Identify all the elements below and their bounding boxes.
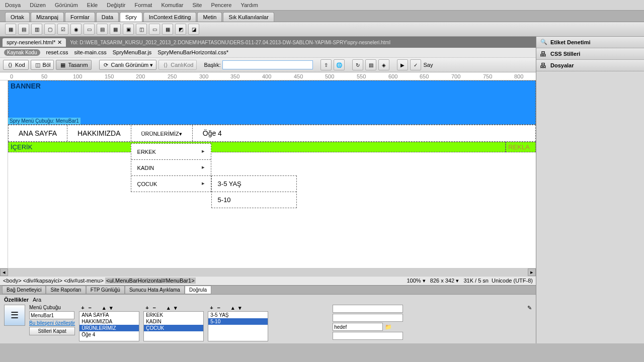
refresh-icon[interactable]: ↻ — [352, 59, 363, 70]
panel-etiket[interactable]: 🔍 Etiket Denetimi — [536, 37, 644, 48]
tab-sik[interactable]: Sık Kullanılanlar — [223, 12, 274, 22]
btab-sunucu[interactable]: Sunucu Hata Ayıklama — [125, 286, 185, 294]
design-canvas[interactable]: BANNER Spry Menü Çubuğu: MenuBar1 ANA SA… — [8, 80, 536, 268]
kod-button[interactable]: ⟨⟩Kod — [3, 60, 29, 70]
menu-list-1[interactable]: ANA SAYFA HAKKIMIZDA ÜRÜNLERİMİZ Öğe 4 — [79, 311, 139, 341]
add-item-2[interactable]: + — [145, 305, 148, 311]
spry-btn-4[interactable]: ▢ — [44, 24, 55, 35]
menu-dosya[interactable]: Dosya — [5, 2, 21, 8]
remove-item-3[interactable]: − — [217, 305, 220, 311]
spry-btn-2[interactable]: ▤ — [18, 24, 29, 35]
globe-icon[interactable]: 🌐 — [334, 59, 345, 70]
src-sitemain[interactable]: site-main.css — [74, 49, 107, 56]
canli-kod-button[interactable]: ⟨⟩CanlıKod — [158, 60, 197, 70]
close-icon[interactable]: ✕ — [57, 39, 62, 46]
tag-body[interactable]: <body> — [3, 278, 22, 284]
canli-gorunum-button[interactable]: ⟳Canlı Görünüm▾ — [99, 60, 157, 70]
list-item[interactable]: Öğe 4 — [79, 331, 139, 338]
down-3[interactable]: ▾ — [238, 305, 242, 311]
tag-ustmenu[interactable]: <div#ust-menu> — [64, 278, 104, 284]
menu-duzen[interactable]: Düzen — [30, 2, 46, 8]
add-item-1[interactable]: + — [81, 305, 84, 311]
tab-formlar[interactable]: Formlar — [65, 12, 95, 22]
spry-btn-3[interactable]: ▥ — [31, 24, 42, 35]
kaynak-kodu[interactable]: Kaynak Kodu — [4, 49, 40, 56]
visual-aids-icon[interactable]: ◈ — [378, 59, 389, 70]
tag-kapsayici[interactable]: <div#kapsayici> — [23, 278, 62, 284]
src-sprymenujs[interactable]: SpryMenuBar.js — [113, 49, 152, 56]
menu-bar[interactable]: ANA SAYFA HAKKIMIZDA ÜRÜNLERİMİZ▾ ERKEK▸… — [8, 125, 536, 142]
btab-dogrula[interactable]: Doğrula — [185, 286, 211, 294]
remove-item-1[interactable]: − — [89, 305, 92, 311]
horizontal-scrollbar[interactable]: ◂ ▸ — [0, 268, 536, 276]
nav-oge4[interactable]: Öğe 4 — [193, 125, 232, 141]
add-item-3[interactable]: + — [210, 305, 213, 311]
up-2[interactable]: ▴ — [167, 305, 170, 311]
menu-site[interactable]: Site — [192, 2, 202, 8]
list-item[interactable]: ANA SAYFA — [79, 312, 139, 318]
icerik-region[interactable]: İÇERİK — [8, 142, 506, 152]
spry-btn-13[interactable]: ▦ — [162, 24, 173, 35]
spry-btn-12[interactable]: ▭ — [149, 24, 160, 35]
text-input[interactable] — [333, 305, 403, 313]
options-icon[interactable]: ▤ — [365, 59, 376, 70]
stilleri-kapat-button[interactable]: Stilleri Kapat — [29, 327, 75, 335]
list-item[interactable]: ÇOCUK — [144, 325, 203, 331]
spry-btn-5[interactable]: ☑ — [57, 24, 68, 35]
tag-menubar[interactable]: <ul.MenuBarHorizontal#MenuBar1> — [105, 278, 196, 284]
spry-widget-label[interactable]: Spry Menü Çubuğu: MenuBar1 — [8, 118, 80, 124]
sub-cocuk[interactable]: ÇOCUK▸ 3-5 YAŞ 5-10 — [131, 176, 211, 192]
down-1[interactable]: ▾ — [110, 305, 113, 311]
up-1[interactable]: ▴ — [103, 305, 106, 311]
submenu-cocuk[interactable]: 3-5 YAŞ 5-10 — [211, 175, 297, 208]
submenu-urunler[interactable]: ERKEK▸ KADIN▸ ÇOCUK▸ 3-5 YAŞ 5-10 — [131, 143, 211, 192]
btab-site[interactable]: Site Raporları — [46, 286, 86, 294]
banner-region[interactable]: BANNER — [8, 80, 536, 125]
nav-hakkimizda[interactable]: HAKKIMIZDA — [67, 125, 131, 141]
tab-ortak[interactable]: Ortak — [5, 12, 30, 22]
prop-tab-ozellikler[interactable]: Özellikler — [4, 297, 29, 303]
scroll-right-icon[interactable]: ▸ — [528, 268, 536, 276]
tab-data[interactable]: Data — [96, 12, 119, 22]
edit-icon[interactable]: ✎ — [527, 305, 532, 311]
menu-list-3[interactable]: 3-5 YAŞ 5-10 — [208, 311, 268, 341]
spry-btn-7[interactable]: ▭ — [84, 24, 95, 35]
menu-gorunum[interactable]: Görünüm — [55, 2, 78, 8]
spry-btn-11[interactable]: ◫ — [136, 24, 147, 35]
list-item[interactable]: 3-5 YAŞ — [208, 312, 268, 318]
btab-ftp[interactable]: FTP Günlüğü — [86, 286, 125, 294]
btab-bag[interactable]: Bağ Denetleyici — [2, 286, 46, 294]
spry-btn-8[interactable]: ▤ — [97, 24, 108, 35]
list-item[interactable]: HAKKIMIZDA — [79, 318, 139, 325]
src-reset[interactable]: reset.css — [46, 49, 68, 56]
sub2-35yas[interactable]: 3-5 YAŞ — [212, 176, 296, 192]
src-sprymenucss[interactable]: SpryMenuBarHorizontal.css* — [157, 49, 228, 56]
doc-tab-active[interactable]: spry-nesneleri.html* ✕ — [3, 38, 66, 47]
menu-pencere[interactable]: Pencere — [211, 2, 231, 8]
customize-link[interactable]: Bu bileşeni özelleştir — [29, 320, 75, 326]
menubar-id-input[interactable] — [29, 311, 74, 319]
panel-dosyalar[interactable]: 品 Dosyalar — [536, 60, 644, 71]
zoom-select[interactable]: 100% — [407, 278, 421, 284]
list-item[interactable]: ERKEK — [144, 312, 203, 318]
title-input[interactable] — [222, 60, 313, 69]
spry-btn-6[interactable]: ◉ — [70, 24, 82, 35]
nav-urunlerimiz[interactable]: ÜRÜNLERİMİZ▾ ERKEK▸ KADIN▸ ÇOCUK▸ 3-5 YA… — [131, 125, 193, 141]
spry-btn-1[interactable]: ▦ — [5, 24, 16, 35]
spry-btn-10[interactable]: ▣ — [123, 24, 134, 35]
check-icon[interactable]: ▶ — [397, 59, 408, 70]
up-3[interactable]: ▴ — [231, 305, 234, 311]
folder-icon[interactable]: 📁 — [385, 324, 392, 330]
list-item[interactable]: ÜRÜNLERİMİZ — [79, 325, 139, 331]
tab-incontext[interactable]: InContext Editing — [143, 12, 197, 22]
menu-ekle[interactable]: Ekle — [87, 2, 98, 8]
tab-metin[interactable]: Metin — [197, 12, 222, 22]
hedef-input[interactable] — [333, 323, 383, 331]
nav-anasayfa[interactable]: ANA SAYFA — [9, 125, 67, 141]
reklam-region[interactable]: REKLA — [506, 142, 536, 152]
panel-css[interactable]: 品 CSS Stilleri — [536, 48, 644, 59]
bol-button[interactable]: ◫Böl — [31, 60, 54, 70]
upload-icon[interactable]: ⇧ — [320, 59, 332, 70]
sub2-510[interactable]: 5-10 — [212, 192, 296, 208]
menu-komutlar[interactable]: Komutlar — [161, 2, 183, 8]
